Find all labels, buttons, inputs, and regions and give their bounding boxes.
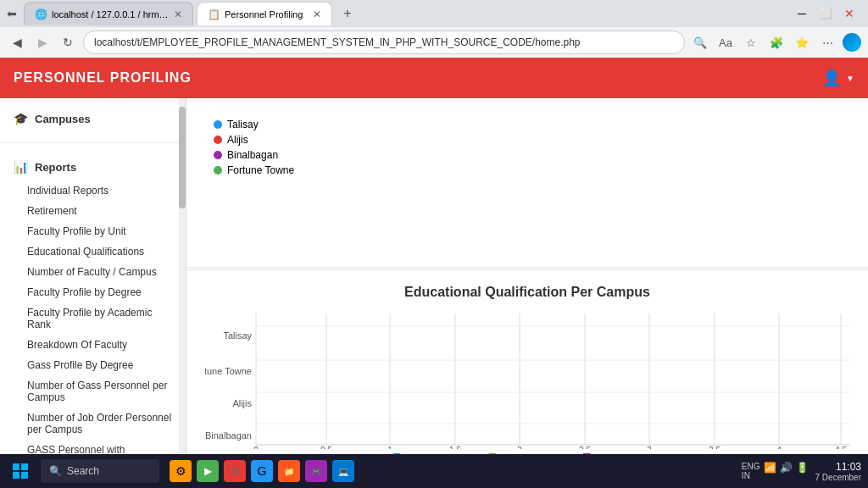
taskbar-search-icon: 🔍 xyxy=(49,465,62,477)
sidebar-sub-item-individual[interactable]: Individual Reports xyxy=(0,180,186,201)
taskbar-sys-tray: ENGIN 📶 🔊 🔋 xyxy=(742,462,809,480)
sidebar-sub-item-gass-masters[interactable]: GASS Personnel with Completed Master's a… xyxy=(0,440,186,454)
sidebar-divider-1 xyxy=(0,142,186,143)
chart2-label-doctoral: Doctoral Degree xyxy=(594,452,662,454)
address-text: localhost/t/EMPLOYEE_PROFILE_MANAGEMENT_… xyxy=(94,36,674,48)
legend-dot-talisay xyxy=(214,120,222,129)
nav-extensions-button[interactable]: 🧩 xyxy=(766,32,787,53)
chart2-legend-bachelor: Bachelor Degree xyxy=(392,452,475,454)
legend-label-binalbagan: Binalbagan xyxy=(227,149,278,161)
legend-dot-alijis xyxy=(214,136,222,144)
sidebar-sub-item-gass-campus[interactable]: Number of Gass Personnel per Campus xyxy=(0,375,186,408)
battery-icon: 🔋 xyxy=(796,462,809,480)
sidebar-section-campuses: 🎓 Campuses xyxy=(0,98,186,139)
svg-text:2: 2 xyxy=(517,446,522,449)
app-body: 🎓 Campuses 📊 Reports Individual Reports … xyxy=(0,98,868,454)
tab2-title: Personnel Profiling xyxy=(225,9,308,19)
legend-dot-binalbagan xyxy=(214,151,222,159)
sidebar-sub-items: Individual Reports Retirement Faculty Pr… xyxy=(0,180,186,454)
svg-text:1: 1 xyxy=(387,446,392,449)
sidebar-section-reports: 📊 Reports Individual Reports Retirement … xyxy=(0,147,186,454)
volume-icon: 🔊 xyxy=(780,462,793,480)
chart-area-2: Educational Qualification Per Campus Tal… xyxy=(186,271,868,454)
tab1-title: localhost / 127.0.0.1 / hrm / tbl_p... xyxy=(52,9,169,19)
nav-back-button[interactable]: ◀ xyxy=(7,32,27,53)
svg-text:1.5: 1.5 xyxy=(449,446,461,449)
chart2-legend-masteral: Masteral Degree xyxy=(488,452,569,454)
nav-forward-button[interactable]: ▶ xyxy=(32,32,53,53)
sidebar-sub-item-breakdown[interactable]: Breakdown Of Faculty xyxy=(0,335,186,355)
address-bar[interactable]: localhost/t/EMPLOYEE_PROFILE_MANAGEMENT_… xyxy=(83,30,685,54)
sidebar-sub-item-faculty-unit[interactable]: Faculty Profile by Unit xyxy=(0,221,186,241)
browser-tab-1[interactable]: 🌐 localhost / 127.0.0.1 / hrm / tbl_p...… xyxy=(24,2,193,25)
browser-nav-bar: ◀ ▶ ↻ localhost/t/EMPLOYEE_PROFILE_MANAG… xyxy=(0,27,868,58)
nav-reload-button[interactable]: ↻ xyxy=(58,32,78,53)
legend-item-fortune: Fortune Towne xyxy=(214,164,841,176)
tab2-favicon: 📋 xyxy=(208,8,220,20)
tab1-close[interactable]: ✕ xyxy=(174,8,182,20)
sidebar-sub-item-faculty-degree[interactable]: Faculty Profile by Degree xyxy=(0,282,186,302)
svg-text:2.5: 2.5 xyxy=(579,446,591,449)
sidebar-sub-item-edu-qual[interactable]: Educational Qualifications xyxy=(0,241,186,262)
taskbar-start-button[interactable] xyxy=(7,458,34,485)
sidebar-sub-item-retirement[interactable]: Retirement xyxy=(0,201,186,221)
nav-favorites-button[interactable]: ⭐ xyxy=(792,32,812,53)
nav-more-button[interactable]: ⋯ xyxy=(817,32,837,53)
user-icon: 👤 xyxy=(822,69,841,87)
sidebar-sub-item-faculty-academic[interactable]: Faculty Profile by Academic Rank xyxy=(0,302,186,335)
taskbar-icon-2[interactable]: ▶ xyxy=(197,460,219,482)
legend-label-talisay: Talisay xyxy=(227,119,259,130)
nav-bookmark-button[interactable]: ☆ xyxy=(741,32,761,53)
back-icon: ⬅ xyxy=(7,7,17,20)
chart-area-1: Talisay Alijis Binalbagan Fortune Towne xyxy=(186,98,868,268)
sidebar-sub-item-num-faculty[interactable]: Number of Faculty / Campus xyxy=(0,262,186,282)
taskbar-icon-3[interactable]: 🎵 xyxy=(224,460,246,482)
svg-rect-29 xyxy=(13,463,19,470)
reports-icon: 📊 xyxy=(14,160,28,174)
taskbar-icon-1[interactable]: ⚙ xyxy=(170,460,192,482)
legend-label-alijis: Alijis xyxy=(227,134,248,146)
chart2-title: Educational Qualification Per Campus xyxy=(200,285,854,300)
lang-icon: ENGIN xyxy=(742,462,760,480)
sidebar-sub-item-gass-degree[interactable]: Gass Profile By Degree xyxy=(0,355,186,375)
svg-rect-31 xyxy=(13,472,19,479)
taskbar-icon-6[interactable]: 🎮 xyxy=(305,460,327,482)
taskbar-icon-5[interactable]: 📁 xyxy=(278,460,300,482)
taskbar-time-text: 11:03 xyxy=(815,461,861,473)
chart2-legend: Bachelor Degree Masteral Degree Doctoral… xyxy=(200,452,854,454)
window-close[interactable]: ✕ xyxy=(837,2,861,25)
app-container: PERSONNEL PROFILING 👤 ▼ 🎓 Campuses 📊 Rep… xyxy=(0,58,868,454)
browser-chrome: ⬅ 🌐 localhost / 127.0.0.1 / hrm / tbl_p.… xyxy=(0,0,868,58)
taskbar-right: ENGIN 📶 🔊 🔋 11:03 7 December xyxy=(742,461,861,482)
sidebar-item-campuses[interactable]: 🎓 Campuses xyxy=(0,105,186,132)
taskbar-search-label: Search xyxy=(67,465,99,477)
nav-search-button[interactable]: 🔍 xyxy=(690,32,710,53)
user-menu[interactable]: 👤 ▼ xyxy=(822,69,854,87)
chart2-label-masteral: Masteral Degree xyxy=(500,452,569,454)
sidebar: 🎓 Campuses 📊 Reports Individual Reports … xyxy=(0,98,186,454)
tab2-close[interactable]: ✕ xyxy=(313,8,321,20)
taskbar-icon-7[interactable]: 💻 xyxy=(332,460,354,482)
chart2-dot-masteral xyxy=(488,453,497,454)
svg-text:4.5: 4.5 xyxy=(835,446,847,449)
legend-label-fortune: Fortune Towne xyxy=(227,164,294,176)
sidebar-scroll-thumb xyxy=(179,107,186,208)
window-minimize[interactable]: ─ xyxy=(790,2,814,25)
sidebar-scroll-track xyxy=(179,98,186,454)
user-dropdown-icon: ▼ xyxy=(846,74,854,83)
browser-window-controls-left: ⬅ xyxy=(7,7,17,20)
taskbar-search-box[interactable]: 🔍 Search xyxy=(41,459,159,483)
campuses-label: Campuses xyxy=(35,113,91,125)
new-tab-button[interactable]: + xyxy=(336,2,359,25)
browser-tab-2[interactable]: 📋 Personnel Profiling ✕ xyxy=(197,2,332,25)
legend-dot-fortune xyxy=(214,166,222,175)
nav-read-button[interactable]: Aa xyxy=(715,32,736,53)
svg-text:0.5: 0.5 xyxy=(320,446,332,449)
taskbar-clock: 11:03 7 December xyxy=(815,461,861,482)
taskbar-icon-4[interactable]: G xyxy=(251,460,273,482)
svg-text:Binalbagan: Binalbagan xyxy=(205,430,252,441)
window-maximize[interactable]: ⬜ xyxy=(814,2,837,25)
campuses-icon: 🎓 xyxy=(14,112,28,125)
sidebar-sub-item-job-order[interactable]: Number of Job Order Personnel per Campus xyxy=(0,408,186,440)
sidebar-item-reports[interactable]: 📊 Reports xyxy=(0,153,186,180)
